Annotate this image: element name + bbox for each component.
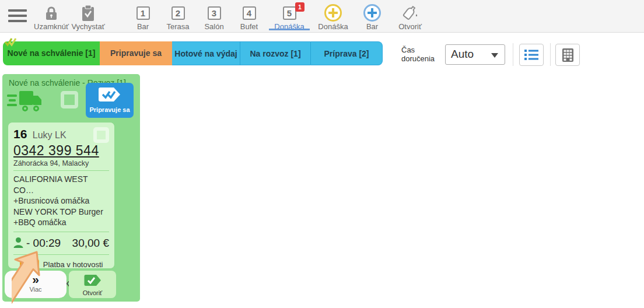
order-card: 16 Luky LK 0342 399 544 Záhorácka 94, Ma… bbox=[8, 122, 115, 269]
set-preparing-button[interactable]: Pripravuje sa bbox=[86, 83, 134, 118]
double-chevron-icon: » bbox=[5, 273, 66, 286]
toolbar-item-prepare[interactable]: Vychystať bbox=[62, 5, 114, 31]
order-item: +Brusnicová omáčka bbox=[13, 195, 109, 206]
order-price: 30,00 € bbox=[72, 237, 109, 250]
order-timer: - 00:29 bbox=[26, 237, 61, 250]
order-total-row: - 00:29 30,00 € bbox=[13, 232, 109, 255]
grid-view-button[interactable] bbox=[555, 44, 580, 66]
divider bbox=[513, 43, 513, 66]
notification-badge: 1 bbox=[295, 2, 304, 12]
grid-view-icon bbox=[562, 48, 573, 62]
list-view-button[interactable] bbox=[519, 44, 544, 66]
delivery-time-label: Čas doručenia bbox=[401, 46, 443, 63]
tab-ready-for-dispatch[interactable]: Hotové na výdaj bbox=[172, 41, 240, 65]
delivery-time-select[interactable]: Auto bbox=[445, 44, 505, 65]
table-number-icon: 2 bbox=[172, 6, 185, 20]
list-view-icon bbox=[524, 49, 538, 61]
table-number-icon: 3 bbox=[208, 6, 221, 20]
dropdown-caret-icon bbox=[491, 53, 498, 58]
order-items: CALIFORNIA WEST CO… +Brusnicová omáčka N… bbox=[13, 171, 109, 232]
toolbar-label: Otvoriť bbox=[384, 22, 436, 31]
person-icon bbox=[13, 237, 23, 249]
bottle-icon bbox=[384, 5, 436, 21]
tag-double-check-icon bbox=[98, 87, 121, 102]
order-item: CALIFORNIA WEST CO… bbox=[13, 174, 109, 195]
select-all-checkbox[interactable] bbox=[61, 91, 78, 108]
status-tabs: Nové na schválenie [1] Pripravuje sa Hot… bbox=[3, 41, 383, 65]
tip-badge: Tip bbox=[20, 259, 39, 270]
menu-icon[interactable] bbox=[8, 9, 27, 23]
order-item: NEW YORK TOP Burger bbox=[13, 206, 109, 218]
order-item: +BBQ omáčka bbox=[13, 217, 109, 228]
toolbar-label: Vychystať bbox=[62, 22, 114, 31]
delivery-time-value: Auto bbox=[451, 48, 474, 61]
customer-address: Záhorácka 94, Malacky bbox=[13, 159, 109, 171]
customer-phone-link[interactable]: 0342 399 544 bbox=[13, 143, 99, 159]
tag-check-icon bbox=[84, 274, 102, 286]
delivery-truck-icon[interactable] bbox=[7, 89, 42, 116]
clipboard-check-icon bbox=[62, 5, 114, 21]
toolbar-item-open[interactable]: Otvoriť bbox=[384, 5, 436, 31]
customer-name: Luky LK bbox=[33, 130, 66, 140]
table-number-icon: 5 bbox=[283, 6, 296, 20]
order-number: 16 bbox=[13, 127, 27, 141]
table-number-icon: 4 bbox=[243, 6, 256, 20]
payment-method: Platba v hotovosti bbox=[43, 260, 103, 269]
tab-preparing[interactable]: Pripravuje sa bbox=[100, 41, 172, 65]
plus-icon-yellow bbox=[324, 4, 342, 22]
divider bbox=[550, 43, 551, 66]
table-number-icon: 1 bbox=[136, 6, 150, 20]
tab-on-delivery[interactable]: Na rozvoz [1] bbox=[240, 41, 310, 65]
active-tab-underline bbox=[269, 29, 310, 30]
more-button-label: Viac bbox=[5, 286, 66, 293]
order-select-checkbox[interactable] bbox=[93, 127, 109, 143]
more-button[interactable]: » Viac bbox=[5, 271, 66, 298]
plus-icon-blue bbox=[363, 4, 381, 22]
check-double-icon bbox=[4, 37, 18, 50]
open-button-label: Otvoriť bbox=[69, 289, 116, 296]
open-button[interactable]: Otvoriť bbox=[69, 271, 116, 298]
action-button-label: Pripravuje sa bbox=[86, 106, 134, 113]
tab-preparation[interactable]: Príprava [2] bbox=[310, 41, 383, 65]
orders-panel: Nové na schválenie - Rozvoz [1] Pripravu… bbox=[2, 74, 140, 302]
main-toolbar: Uzamknúť Vychystať 1 Bar 2 Terasa 3 Saló… bbox=[0, 0, 644, 33]
